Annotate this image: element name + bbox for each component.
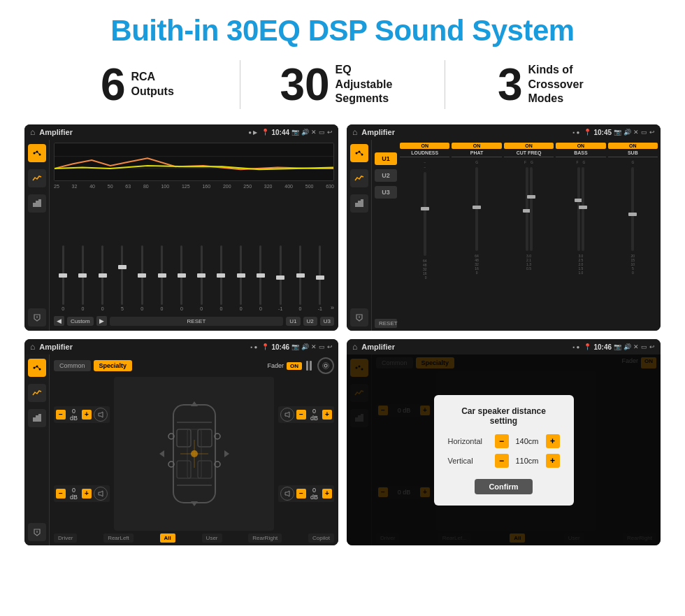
cross-sidebar-icon-3[interactable]: [28, 409, 46, 427]
amp-u1-button[interactable]: U1: [375, 152, 397, 165]
amp-sidebar-icon-4[interactable]: [350, 308, 368, 327]
eq-slider-11[interactable]: -1: [271, 245, 289, 311]
distance-screen: ⌂ Amplifier ▪ ● 📍 10:46 📷 🔊 ✕ ▭ ↩: [347, 339, 661, 545]
loudness-slider[interactable]: [424, 172, 426, 256]
amp-reset-button[interactable]: RESET: [375, 319, 397, 328]
db-plus-3[interactable]: +: [322, 410, 332, 420]
eq-slider-5[interactable]: 0: [152, 245, 171, 311]
settings-icon[interactable]: [317, 357, 334, 374]
eq-slider-0[interactable]: 0: [54, 245, 72, 311]
sub-slider[interactable]: [631, 167, 634, 251]
svg-marker-54: [191, 501, 198, 506]
cross-tab-specialty[interactable]: Specialty: [94, 360, 133, 371]
horizontal-plus-button[interactable]: +: [546, 434, 560, 448]
amp-ch-on-phat[interactable]: ON: [452, 143, 501, 149]
horizontal-row: Horizontal − 140cm +: [448, 434, 560, 448]
dist-status-bar: ⌂ Amplifier ▪ ● 📍 10:46 📷 🔊 ✕ ▭ ↩: [347, 339, 661, 354]
eq-slider-10[interactable]: 0: [252, 245, 270, 311]
eq-slider-7[interactable]: 0: [192, 245, 210, 311]
db-minus-4[interactable]: −: [296, 489, 306, 499]
eq-slider-13[interactable]: -1: [311, 245, 329, 311]
cross-sidebar-icon-4[interactable]: [28, 523, 46, 541]
vertical-minus-button[interactable]: −: [495, 454, 509, 468]
eq-sidebar-icon-4[interactable]: [28, 308, 46, 327]
amp-sidebar-icon-3[interactable]: [350, 194, 368, 213]
eq-sidebar-icon-1[interactable]: [28, 144, 46, 162]
speaker-icon-4: [280, 487, 294, 501]
user-button[interactable]: User: [202, 533, 222, 543]
amp-sidebar-icon-2[interactable]: [350, 169, 368, 187]
amp-ch-on-sub[interactable]: ON: [608, 143, 658, 149]
cross-right-controls: − 0 dB + − 0 dB +: [278, 377, 334, 531]
db-minus-2[interactable]: −: [56, 489, 66, 499]
dist-status-icons: 📍 10:46 📷 🔊 ✕ ▭ ↩: [584, 343, 655, 351]
amp-presets: U1 U2 U3 RESET: [375, 143, 397, 328]
battery-icon: ▭: [319, 129, 325, 136]
eq-slider-1[interactable]: 0: [73, 245, 92, 311]
svg-rect-10: [55, 143, 333, 181]
bass-slider-g[interactable]: [582, 167, 584, 251]
eq-sidebar-icon-2[interactable]: [28, 169, 46, 187]
cross-tab-common[interactable]: Common: [54, 360, 91, 371]
db-minus-3[interactable]: −: [296, 410, 306, 420]
svg-rect-21: [361, 199, 363, 207]
amp-u3-button[interactable]: U3: [375, 186, 397, 199]
driver-button[interactable]: Driver: [54, 533, 77, 543]
cross-sidebar-icon-1[interactable]: [28, 359, 46, 377]
eq-slider-3[interactable]: 5: [113, 245, 131, 311]
eq-next-button[interactable]: ▶: [96, 316, 107, 326]
eq-slider-2[interactable]: 0: [94, 245, 112, 311]
db-plus-4[interactable]: +: [322, 489, 332, 499]
eq-u1-button[interactable]: U1: [286, 317, 300, 326]
cutfreq-slider-g[interactable]: [530, 167, 533, 251]
svg-line-18: [359, 152, 362, 155]
camera-icon: 📷: [291, 129, 299, 136]
svg-rect-42: [198, 429, 212, 447]
amp-ch-on-loudness[interactable]: ON: [400, 143, 449, 149]
svg-marker-53: [191, 401, 198, 406]
eq-sidebar-icon-3[interactable]: [28, 194, 46, 213]
eq-slider-8[interactable]: 0: [212, 245, 230, 311]
cutfreq-slider-f[interactable]: [526, 167, 528, 251]
db-minus-1[interactable]: −: [56, 410, 66, 420]
eq-slider-4[interactable]: 0: [133, 245, 151, 311]
back-icon: ↩: [327, 129, 333, 136]
horizontal-minus-button[interactable]: −: [495, 434, 509, 448]
eq-slider-12[interactable]: 0: [291, 245, 309, 311]
fader-on-button[interactable]: ON: [287, 362, 302, 370]
db-row-3: − 0 dB +: [278, 406, 334, 423]
copilot-button[interactable]: Copilot: [308, 533, 334, 543]
stat-number-rca: 6: [101, 62, 126, 107]
cross-sidebar-icon-2[interactable]: [28, 384, 46, 402]
rear-left-button[interactable]: RearLeft: [103, 533, 134, 543]
eq-prev-button[interactable]: ◀: [54, 316, 64, 326]
eq-graph: [54, 143, 334, 181]
cross-home-icon: ⌂: [30, 342, 35, 352]
db-plus-1[interactable]: +: [82, 410, 92, 420]
amp-back: ↩: [649, 129, 655, 136]
vertical-plus-button[interactable]: +: [546, 454, 560, 468]
all-button[interactable]: All: [160, 533, 175, 543]
dialog-title: Car speaker distance setting: [448, 406, 560, 426]
amp-ch-on-bass[interactable]: ON: [556, 143, 605, 149]
eq-u3-button[interactable]: U3: [320, 317, 334, 326]
eq-reset-button[interactable]: RESET: [110, 317, 284, 326]
amp-sidebar-icon-1[interactable]: [350, 144, 368, 162]
amp-cam: 📷: [614, 129, 621, 136]
eq-u2-button[interactable]: U2: [303, 317, 317, 326]
dist-time: 10:46: [593, 343, 612, 351]
dist-vol: 🔊: [623, 343, 631, 350]
db-plus-2[interactable]: +: [82, 489, 92, 499]
bass-slider-f[interactable]: [577, 167, 580, 251]
phat-slider[interactable]: [475, 167, 478, 251]
rear-right-button[interactable]: RearRight: [248, 533, 282, 543]
vertical-row: Vertical − 110cm +: [448, 454, 560, 468]
eq-more-icon[interactable]: »: [331, 304, 334, 311]
amp-ch-on-cutfreq[interactable]: ON: [504, 143, 554, 149]
eq-slider-6[interactable]: 0: [173, 245, 191, 311]
eq-slider-9[interactable]: 0: [232, 245, 250, 311]
stat-crossover: 3 Kinds ofCrossover Modes: [459, 62, 636, 107]
amp-u2-button[interactable]: U2: [375, 169, 397, 182]
dist-cam: 📷: [614, 343, 621, 350]
confirm-button[interactable]: Confirm: [475, 479, 532, 494]
